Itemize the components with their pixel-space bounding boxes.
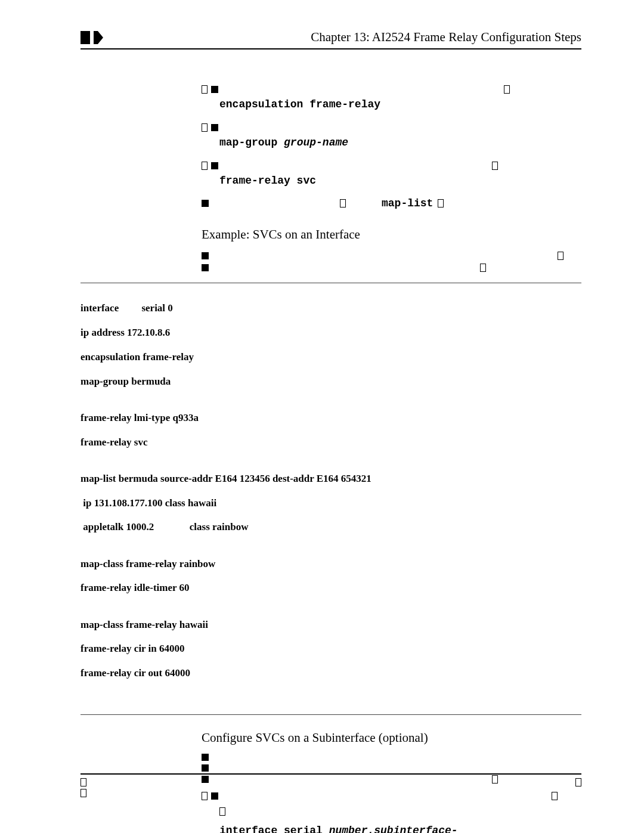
step-4 — [202, 162, 581, 170]
sub-bullet-2 — [202, 764, 581, 772]
bullet-icon — [211, 86, 218, 93]
step-number-placeholder — [202, 85, 208, 94]
map-list-keyword: map-list — [382, 197, 433, 209]
bullet-icon — [202, 200, 209, 207]
command-map-group: map-group group-name — [219, 137, 581, 148]
bullet-icon — [211, 124, 218, 131]
trailing-placeholder — [492, 162, 498, 170]
step-3 — [202, 123, 581, 132]
command-frame-relay-svc: frame-relay svc — [219, 175, 581, 187]
step-5: map-list — [202, 197, 581, 209]
bullet-icon — [202, 764, 209, 772]
placeholder-box — [340, 199, 346, 208]
separator-line — [80, 714, 581, 715]
command-encapsulation: encapsulation frame-relay — [219, 98, 581, 110]
example-heading: Example: SVCs on an Interface — [202, 227, 581, 242]
sub-bullet-1 — [202, 754, 581, 761]
placeholder-box — [438, 199, 444, 208]
footer-left-box-2 — [80, 789, 86, 797]
trailing-placeholder — [504, 85, 510, 94]
step-number-placeholder — [202, 123, 208, 132]
footer-left-box-1 — [80, 778, 86, 786]
example-bullet-2 — [202, 264, 581, 272]
bullet-icon — [202, 754, 209, 761]
bullet-icon — [202, 252, 209, 259]
placeholder-box — [480, 264, 486, 272]
logo-icon — [80, 31, 103, 44]
page-header: Chapter 13: AI2524 Frame Relay Configura… — [80, 30, 581, 49]
separator-line — [80, 283, 581, 283]
placeholder-box — [219, 807, 225, 816]
svg-rect-0 — [80, 31, 90, 44]
bullet-icon — [202, 264, 209, 271]
bullet-icon — [211, 162, 218, 169]
config-block: interface serial 0 ip address 172.10.8.6… — [80, 290, 581, 704]
step-2 — [202, 85, 581, 94]
svg-rect-1 — [94, 31, 98, 44]
footer-right-box — [575, 778, 581, 786]
subsection-heading: Configure SVCs on a Subinterface (option… — [202, 730, 581, 745]
step-number-placeholder — [202, 162, 208, 170]
example-bullet-1 — [202, 252, 581, 260]
page-footer — [80, 773, 581, 797]
placeholder-box — [558, 252, 564, 260]
command-interface-serial: interface serial number.subinterface-num… — [219, 823, 581, 833]
header-title: Chapter 13: AI2524 Frame Relay Configura… — [311, 30, 581, 45]
main-content: encapsulation frame-relay map-group grou… — [202, 85, 581, 833]
